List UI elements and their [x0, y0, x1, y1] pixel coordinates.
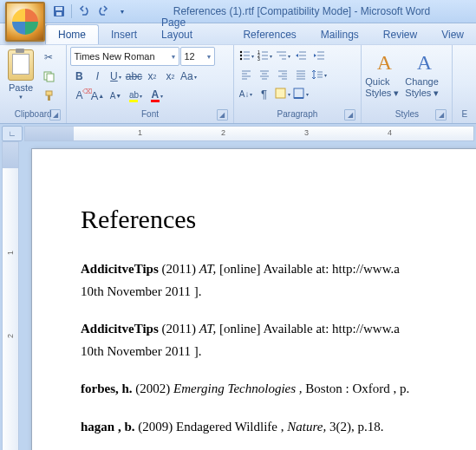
save-icon[interactable]: [50, 3, 68, 20]
redo-icon[interactable]: [95, 3, 112, 20]
document-area: 1 2 References AddicitveTips (2011) AT, …: [0, 141, 476, 450]
ruler-area: ∟ 1 2 3 4: [0, 124, 476, 141]
font-color-button[interactable]: A: [147, 87, 167, 104]
svg-text:3: 3: [258, 56, 260, 62]
change-case-button[interactable]: Aa: [179, 68, 197, 85]
highlight-swatch: [129, 100, 138, 102]
align-left-button[interactable]: [238, 66, 255, 83]
subscript-button[interactable]: x2: [143, 68, 160, 85]
svg-point-8: [239, 55, 241, 56]
svg-point-9: [239, 58, 241, 60]
borders-button[interactable]: [292, 85, 310, 102]
clipboard-dialog-icon[interactable]: ◢: [49, 109, 61, 121]
separator: [71, 4, 72, 18]
change-styles-button[interactable]: A Change Styles ▾: [405, 47, 443, 102]
justify-button[interactable]: [292, 66, 310, 83]
tab-page-layout[interactable]: Page Layout: [149, 13, 231, 44]
clear-formatting-button[interactable]: A⌫: [70, 87, 88, 104]
qat-customize-icon[interactable]: ▼: [114, 3, 131, 20]
letter-a-icon: A: [377, 51, 392, 75]
group-label-paragraph: Paragraph◢: [238, 109, 358, 123]
tab-review[interactable]: Review: [371, 25, 429, 44]
document-body[interactable]: References AddicitveTips (2011) AT, [onl…: [81, 205, 476, 450]
paragraph-dialog-icon[interactable]: ◢: [344, 109, 355, 121]
paste-button[interactable]: Paste ▼: [3, 47, 38, 102]
group-label-styles: Styles◢: [365, 109, 448, 123]
tab-selector[interactable]: ∟: [2, 126, 23, 141]
decrease-indent-button[interactable]: [292, 47, 310, 64]
styles-dialog-icon[interactable]: ◢: [435, 109, 447, 121]
align-right-button[interactable]: [274, 66, 291, 83]
tab-mailings[interactable]: Mailings: [309, 25, 371, 44]
group-styles: A Quick Styles ▾ A Change Styles ▾ Style…: [362, 45, 453, 123]
show-hide-button[interactable]: ¶: [256, 85, 273, 102]
ruler-tick: 2: [6, 334, 15, 338]
strikethrough-button[interactable]: abc: [125, 68, 142, 85]
highlight-button[interactable]: ab: [125, 87, 146, 104]
reference-entry: AddicitveTips (2011) AT, [online] Availa…: [81, 318, 476, 362]
horizontal-ruler[interactable]: 1 2 3 4: [24, 126, 474, 141]
font-size-combo[interactable]: 12▼: [180, 47, 215, 66]
quick-access-toolbar: ▼: [50, 3, 131, 20]
svg-rect-6: [48, 95, 50, 101]
line-spacing-button[interactable]: [310, 66, 328, 83]
paste-icon: [8, 49, 34, 81]
increase-indent-button[interactable]: [310, 47, 328, 64]
undo-icon[interactable]: [75, 3, 93, 20]
letter-a-icon: A: [417, 51, 432, 75]
font-name-combo[interactable]: Times New Roman▼: [70, 47, 179, 66]
font-dialog-icon[interactable]: ◢: [217, 109, 228, 121]
svg-rect-4: [47, 74, 54, 82]
ribbon: Paste ▼ ✂ Clipboard◢ Times New Roman▼ 12…: [0, 44, 476, 124]
group-clipboard: Paste ▼ ✂ Clipboard◢: [0, 45, 67, 123]
group-editing-partial: E: [453, 45, 476, 123]
reference-entry: AddicitveTips (2011) AT, [online] Availa…: [81, 258, 476, 303]
page-viewport[interactable]: References AddicitveTips (2011) AT, [onl…: [21, 141, 476, 450]
svg-rect-5: [46, 91, 52, 95]
heading-references: References: [81, 205, 476, 234]
shading-button[interactable]: [274, 85, 291, 102]
reference-entry: forbes, h. (2002) Emerging Technologies …: [81, 378, 476, 401]
copy-icon[interactable]: [40, 68, 57, 85]
ruler-tick: 1: [138, 128, 142, 137]
cut-icon[interactable]: ✂: [40, 49, 57, 66]
vertical-ruler[interactable]: 1 2: [2, 141, 19, 450]
group-paragraph: 123 A↓ ¶ Paragraph◢: [234, 45, 362, 123]
bold-button[interactable]: B: [70, 68, 88, 85]
ruler-tick: 2: [221, 128, 225, 137]
page: References AddicitveTips (2011) AT, [onl…: [31, 148, 476, 450]
multilevel-list-button[interactable]: [274, 47, 291, 64]
svg-point-7: [239, 51, 241, 53]
group-label-font: Font◢: [70, 109, 229, 123]
paste-label: Paste: [9, 82, 33, 93]
numbering-button[interactable]: 123: [256, 47, 273, 64]
tab-home[interactable]: Home: [45, 24, 99, 44]
bullets-button[interactable]: [238, 47, 255, 64]
quick-styles-button[interactable]: A Quick Styles ▾: [365, 47, 403, 102]
superscript-button[interactable]: x2: [161, 68, 179, 85]
format-painter-icon[interactable]: [40, 87, 57, 104]
ruler-tick: 4: [388, 128, 392, 137]
ribbon-tabs: Home Insert Page Layout References Maili…: [0, 23, 476, 44]
svg-rect-48: [294, 88, 303, 98]
tab-view[interactable]: View: [429, 25, 476, 44]
align-center-button[interactable]: [256, 66, 273, 83]
ruler-tick: 3: [304, 128, 309, 137]
ruler-tick: 1: [6, 251, 15, 255]
svg-rect-2: [56, 12, 62, 16]
office-button[interactable]: [5, 2, 45, 42]
titlebar: ▼ References (1).rtf [Compatibility Mode…: [0, 0, 476, 23]
editing-label-partial: E: [461, 109, 467, 119]
reference-entry: hagan , b. (2009) Endagered Wildlife , N…: [81, 416, 476, 439]
italic-button[interactable]: I: [88, 68, 106, 85]
tab-references[interactable]: References: [231, 25, 308, 44]
tab-insert[interactable]: Insert: [99, 25, 149, 44]
shrink-font-button[interactable]: A▼: [107, 87, 124, 104]
svg-rect-47: [276, 88, 285, 98]
svg-rect-1: [55, 7, 62, 10]
group-font: Times New Roman▼ 12▼ B I U abc x2 x2 Aa …: [67, 45, 233, 123]
underline-button[interactable]: U: [107, 68, 124, 85]
sort-button[interactable]: A↓: [238, 85, 255, 102]
group-label-clipboard: Clipboard◢: [3, 109, 62, 123]
